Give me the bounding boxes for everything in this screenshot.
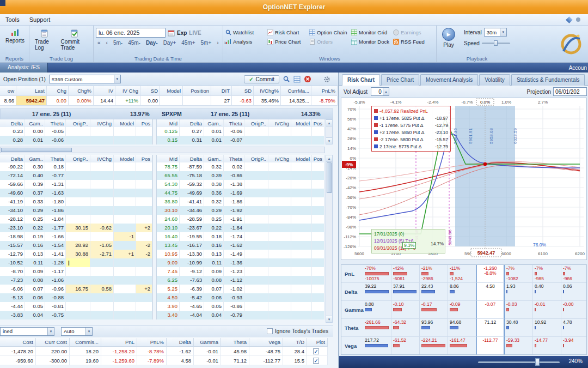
- chain-cell[interactable]: 0.16: [25, 241, 45, 250]
- chain-cell[interactable]: [244, 267, 268, 276]
- chain-cell[interactable]: [268, 241, 291, 250]
- chain-cell[interactable]: -0.93: [224, 293, 244, 302]
- chain-cell[interactable]: -87.59: [180, 162, 204, 171]
- tab-price-chart[interactable]: Price Chart: [381, 74, 419, 86]
- chain-cell[interactable]: 0.07: [25, 285, 45, 293]
- chain-cell[interactable]: [268, 258, 291, 267]
- trade-col-header[interactable]: Delta: [167, 338, 194, 347]
- nav-day-minus[interactable]: Day-: [144, 40, 160, 46]
- chain-cell[interactable]: [312, 180, 324, 189]
- chain-cell[interactable]: -1.69: [224, 189, 244, 197]
- chain-cell[interactable]: [90, 276, 114, 285]
- chain-cell[interactable]: 0.33: [25, 197, 45, 206]
- chain-cell[interactable]: 0.27: [180, 127, 204, 136]
- chain-cell[interactable]: -10.99: [180, 258, 204, 267]
- option-row[interactable]: -6.060.07-0.9616.750.58+25.25-6.390.07-1…: [0, 285, 324, 293]
- chain-cell[interactable]: [291, 127, 312, 136]
- chain-cell[interactable]: -75.18: [180, 171, 204, 180]
- chain-cell[interactable]: 0.29: [204, 206, 224, 215]
- chain-cell[interactable]: 9.00: [157, 258, 180, 267]
- option-row[interactable]: 0.280.01-0.060.150.310.01-0.07: [0, 136, 324, 144]
- export-button[interactable]: [293, 76, 301, 83]
- chain-cell[interactable]: 0.01: [25, 136, 45, 144]
- chain-cell[interactable]: [291, 302, 312, 311]
- option-row[interactable]: -72.140.40-0.7765.55-75.180.39-0.86: [0, 171, 324, 180]
- chain-cell[interactable]: -1.54: [45, 241, 66, 250]
- zoom-slider-thumb[interactable]: [535, 358, 540, 366]
- chain-cell[interactable]: 3.90: [157, 302, 180, 311]
- chain-cell[interactable]: -28.59: [180, 215, 204, 224]
- window-toggle-monitor-grid[interactable]: Monitor Grid: [351, 29, 392, 35]
- chain-cell[interactable]: [291, 136, 312, 144]
- chain-cell[interactable]: 30.88: [66, 250, 90, 258]
- chain-cell[interactable]: 0.09: [25, 267, 45, 276]
- chain-cell[interactable]: 16.40: [157, 232, 180, 241]
- scrollbar-thumb[interactable]: [327, 162, 332, 193]
- chain-cell[interactable]: [66, 189, 90, 197]
- window-toggle-monitor-dock[interactable]: Monitor Dock: [351, 39, 392, 45]
- chain-cell[interactable]: -2: [136, 250, 152, 258]
- chain-cell[interactable]: -1.17: [45, 267, 66, 276]
- chain-cell[interactable]: -10.52: [0, 258, 25, 267]
- chain-cell[interactable]: 0.16: [204, 241, 224, 250]
- chain-cell[interactable]: [291, 232, 312, 241]
- chain-horizontal-scrollbar[interactable]: [0, 147, 325, 153]
- trade-row[interactable]: -1,478.20220.0018.20-1,258.20-8.78%-1.62…: [0, 347, 328, 356]
- chain-cell[interactable]: [66, 197, 90, 206]
- chain-cell[interactable]: [244, 232, 268, 241]
- chain-cell[interactable]: [268, 127, 291, 136]
- trade-col-header[interactable]: Cost: [0, 338, 36, 347]
- tab-analysis-es[interactable]: Analysis: /ES: [0, 63, 48, 73]
- chain-cell[interactable]: [66, 206, 90, 215]
- chain-cell[interactable]: [291, 162, 312, 171]
- chain-cell[interactable]: -1.74: [224, 232, 244, 241]
- chain-cell[interactable]: -59.32: [180, 180, 204, 189]
- chain-cell[interactable]: [114, 189, 136, 197]
- chain-cell[interactable]: [90, 206, 114, 215]
- chain-cell[interactable]: [114, 241, 136, 250]
- chain-cell[interactable]: 0.01: [204, 127, 224, 136]
- chain-cell[interactable]: 0.08: [25, 276, 45, 285]
- chain-cell[interactable]: -19.55: [180, 232, 204, 241]
- chain-cell[interactable]: 28.92: [66, 241, 90, 250]
- chain-cell[interactable]: [291, 267, 312, 276]
- close-position-button[interactable]: [304, 75, 311, 83]
- chain-cell[interactable]: -0.81: [45, 302, 66, 311]
- menu-support[interactable]: Support: [29, 16, 51, 23]
- chain-cell[interactable]: [244, 162, 268, 171]
- chain-cell[interactable]: [268, 276, 291, 285]
- window-toggle-risk-chart[interactable]: Risk Chart: [267, 29, 308, 35]
- chain-cell[interactable]: 0.37: [25, 189, 45, 197]
- zoom-slider[interactable]: [478, 361, 560, 363]
- chain-cell[interactable]: [268, 197, 291, 206]
- chain-cell[interactable]: [90, 197, 114, 206]
- chain-cell[interactable]: [291, 224, 312, 232]
- chain-cell[interactable]: [136, 171, 152, 180]
- chain-cell[interactable]: [291, 311, 312, 319]
- calls-scrollbar[interactable]: ▲ ▼: [326, 119, 333, 144]
- position-selector[interactable]: #369 Custom▼: [49, 75, 121, 83]
- chain-cell[interactable]: [136, 215, 152, 224]
- trade-col-header[interactable]: Theta: [221, 338, 249, 347]
- chain-cell[interactable]: -1.49: [224, 250, 244, 258]
- puts-scrollbar[interactable]: ▲ ▼: [326, 155, 333, 323]
- chain-cell[interactable]: [114, 276, 136, 285]
- window-toggle-watchlist[interactable]: Watchlist: [225, 29, 266, 35]
- chain-cell[interactable]: [66, 171, 90, 180]
- chain-cell[interactable]: [90, 232, 114, 241]
- chain-cell[interactable]: -2: [136, 241, 152, 250]
- chain-cell[interactable]: +1: [114, 250, 136, 258]
- chain-cell[interactable]: -0.88: [45, 293, 66, 302]
- chain-cell[interactable]: [136, 302, 152, 311]
- chain-cell[interactable]: [244, 127, 268, 136]
- chain-cell[interactable]: [312, 276, 324, 285]
- chain-cell[interactable]: [244, 293, 268, 302]
- chain-cell[interactable]: [66, 276, 90, 285]
- chain-cell[interactable]: [136, 127, 152, 136]
- chain-cell[interactable]: +2: [136, 285, 152, 293]
- chain-cell[interactable]: -1.84: [45, 215, 66, 224]
- chain-cell[interactable]: -7.63: [180, 276, 204, 285]
- option-row[interactable]: -23.100.22-1.7730.15-0.62+220.10-23.670.…: [0, 224, 324, 232]
- chain-cell[interactable]: 7.45: [157, 267, 180, 276]
- option-row[interactable]: -5.130.06-0.884.50-5.420.06-0.93: [0, 293, 324, 302]
